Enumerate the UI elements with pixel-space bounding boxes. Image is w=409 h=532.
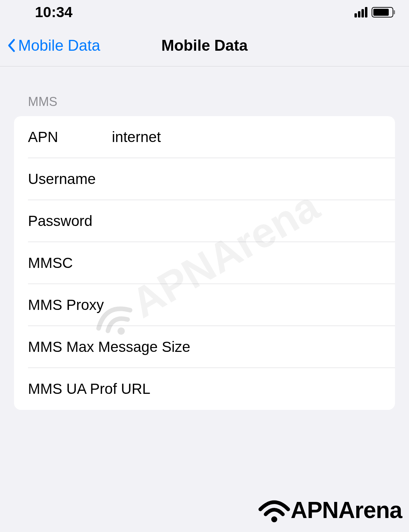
back-button[interactable]: Mobile Data <box>7 37 100 54</box>
status-indicators <box>354 7 393 17</box>
content-area: MMS APN Username Password MMSC MMS Proxy <box>0 66 409 410</box>
label-mms-proxy: MMS Proxy <box>28 297 196 313</box>
row-mms-ua-prof-url[interactable]: MMS UA Prof URL <box>14 368 395 410</box>
row-mms-proxy[interactable]: MMS Proxy <box>14 284 395 326</box>
input-mms-ua-prof-url[interactable] <box>196 381 381 397</box>
back-label: Mobile Data <box>18 37 100 54</box>
label-mmsc: MMSC <box>28 255 112 271</box>
svg-point-1 <box>271 516 277 522</box>
status-time: 10:34 <box>35 4 72 21</box>
row-password[interactable]: Password <box>14 200 395 242</box>
label-mms-max-message-size: MMS Max Message Size <box>28 339 196 355</box>
input-mmsc[interactable] <box>112 255 381 271</box>
navigation-bar: Mobile Data Mobile Data <box>0 24 409 66</box>
row-apn[interactable]: APN <box>14 116 395 158</box>
row-username[interactable]: Username <box>14 158 395 200</box>
input-mms-proxy[interactable] <box>196 297 381 313</box>
cellular-signal-icon <box>354 7 367 17</box>
row-mmsc[interactable]: MMSC <box>14 242 395 284</box>
settings-group-mms: APN Username Password MMSC MMS Proxy MMS… <box>14 116 395 410</box>
brand-text: APNArena <box>291 497 402 523</box>
label-apn: APN <box>28 129 112 146</box>
section-header-mms: MMS <box>14 94 395 116</box>
label-password: Password <box>28 213 112 229</box>
chevron-left-icon <box>7 38 15 52</box>
input-username[interactable] <box>112 171 381 187</box>
row-mms-max-message-size[interactable]: MMS Max Message Size <box>14 326 395 368</box>
input-apn[interactable] <box>112 129 381 146</box>
status-bar: 10:34 <box>0 0 409 24</box>
battery-icon <box>372 7 393 17</box>
brand-footer: APNArena <box>258 497 402 523</box>
input-password[interactable] <box>112 213 381 229</box>
page-title: Mobile Data <box>162 37 248 54</box>
label-username: Username <box>28 171 112 187</box>
input-mms-max-message-size[interactable] <box>196 339 381 355</box>
label-mms-ua-prof-url: MMS UA Prof URL <box>28 381 196 397</box>
wifi-icon <box>258 498 291 522</box>
